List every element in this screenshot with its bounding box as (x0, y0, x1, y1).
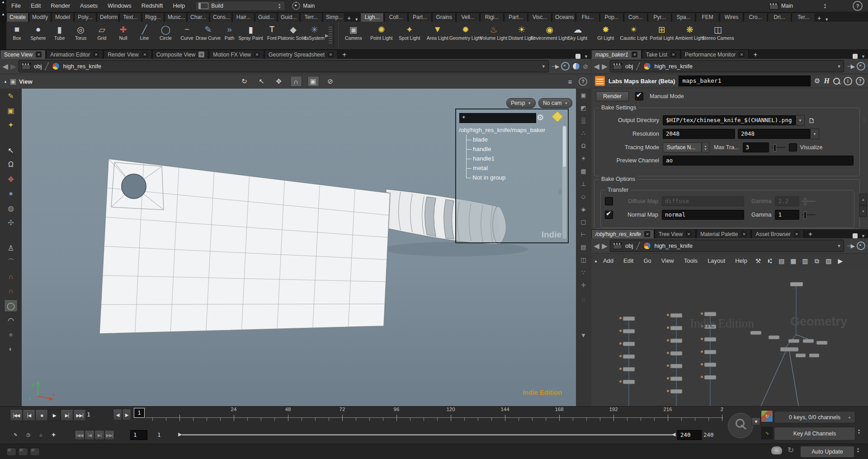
normal-gamma-field[interactable]: 1 (775, 210, 799, 220)
collapse-arrow-icon[interactable]: ▲ (4, 80, 7, 84)
auto-update-spinner[interactable]: ▲▼ (855, 447, 861, 453)
follow-target-icon[interactable] (857, 241, 865, 250)
sync-node-icon[interactable] (572, 62, 580, 70)
add-key-icon[interactable]: ✚ (48, 429, 59, 440)
shelf-tool-volume-light[interactable]: ♨Volume Light (480, 22, 508, 41)
shelf-tool-camera[interactable]: ▣Camera (340, 22, 368, 41)
forward-arrow-icon[interactable]: ▶ (11, 62, 16, 71)
view-mask-icon[interactable]: ◫ (578, 255, 589, 265)
close-icon[interactable]: ✕ (328, 52, 334, 57)
normal-gamma-slider[interactable] (802, 211, 816, 219)
shelf-tab-deform[interactable]: Deform (97, 13, 119, 22)
range-slider-right-handle[interactable]: ◀ (672, 431, 675, 437)
shelf-tool-circle[interactable]: ◯Circle (155, 22, 176, 41)
tab-render-view[interactable]: Render View✕ (104, 50, 151, 59)
netmenu-go[interactable]: Go (639, 254, 656, 268)
shelf-tool-torus[interactable]: ◎Torus (70, 22, 91, 41)
manual-mode-checkbox[interactable] (635, 92, 643, 100)
tracing-spinner[interactable]: ▲▼ (702, 142, 709, 153)
radial-menu-selector[interactable]: Main (289, 1, 363, 11)
circle-primitive-icon[interactable]: ◯ (4, 299, 18, 312)
shelf-tab-cons[interactable]: Cons... (210, 13, 232, 22)
auto-update-dropdown[interactable]: Auto Update (800, 446, 854, 458)
tab-tree-view[interactable]: Tree View✕ (655, 229, 696, 238)
shelf-tool-box[interactable]: ■Box (6, 22, 28, 41)
range-start-field[interactable]: 1 (130, 430, 147, 440)
view-tool-icon[interactable]: ↻ (239, 76, 250, 87)
shelf-tool-gi-light[interactable]: ✸GI Light (592, 22, 620, 41)
network-canvas[interactable]: Indie Edition Geometry ·················… (591, 268, 868, 406)
info-icon[interactable]: i (844, 77, 852, 85)
path-root[interactable]: obj (34, 63, 42, 70)
group-filter-input[interactable]: * (459, 113, 536, 123)
step-back-button[interactable]: ◀ (113, 409, 122, 421)
tab-performance-monitor[interactable]: Performance Monitor✕ (681, 50, 749, 59)
notes-icon[interactable]: ▧ (823, 256, 834, 266)
close-icon[interactable]: ✕ (794, 231, 800, 237)
stamp-tool-icon[interactable]: ✦ (4, 118, 18, 131)
take-spinner[interactable]: ▲▼ (822, 3, 828, 9)
step-forward-button[interactable]: ▶ (122, 409, 131, 421)
timeline-ruler[interactable]: 244872961201441681922162 (146, 407, 723, 423)
diffuse-map-checkbox[interactable] (605, 197, 613, 205)
close-icon[interactable]: ✕ (670, 52, 676, 57)
back-arrow-icon[interactable]: ◀ (3, 62, 8, 71)
mini-jump-start-button[interactable]: |◀◀ (75, 430, 85, 440)
keyframe-pencil-icon[interactable]: ✎ (10, 429, 21, 440)
globe-tool-icon[interactable]: ◐ (4, 343, 18, 355)
shelf-tool-sphere[interactable]: ●Sphere (28, 22, 49, 41)
close-icon[interactable]: ✕ (198, 52, 204, 57)
arc-tool-icon[interactable]: ◠ (4, 314, 18, 327)
key-all-channels-button[interactable]: Key All Channels (774, 427, 855, 440)
close-icon[interactable]: ✕ (142, 52, 148, 57)
tab-maps_baker1[interactable]: maps_baker1✕ (591, 50, 642, 59)
resolution-y-field[interactable]: 2048 (738, 129, 810, 139)
gear-icon[interactable]: ⚙ (814, 77, 820, 85)
pane-maximize-icon[interactable] (853, 54, 858, 59)
add-shelf-icon[interactable]: + (345, 14, 353, 22)
shelf-tab-vell[interactable]: Vell... (456, 13, 480, 22)
shelf-tab-terr[interactable]: Terr... (300, 13, 322, 22)
desktop-selector[interactable]: Build ▲▼ (195, 1, 285, 11)
params-path-combo[interactable]: obj high_res_knife ▼ (610, 60, 844, 72)
back-arrow-icon[interactable]: ◀ (594, 62, 599, 71)
back-arrow-icon[interactable]: ◀ (594, 242, 599, 250)
network-path-combo[interactable]: obj high_res_knife ▼ (610, 240, 844, 252)
shelf-tab-dri[interactable]: Dri... (768, 13, 791, 22)
snapshot-icon[interactable]: ▢ (578, 217, 589, 227)
background-image-icon[interactable]: ▤ (578, 242, 589, 252)
persp-view-button[interactable]: Persp▼ (506, 98, 536, 108)
clear-link-icon[interactable]: ⊘ (583, 63, 588, 70)
prev-frame-button[interactable]: |◀ (23, 409, 35, 421)
shelf-tab-rigg[interactable]: Rigg... (142, 13, 164, 22)
shelf-tab-rigi[interactable]: Rigi... (480, 13, 504, 22)
palette-icon[interactable]: ▦ (788, 256, 799, 266)
display-handles-icon[interactable]: ✛ (578, 280, 589, 290)
tree-icon[interactable]: ⑆ (764, 256, 775, 266)
desktop-spinner[interactable]: ▲▼ (277, 3, 282, 9)
collapse-arrow-icon[interactable]: ▲ (0, 0, 6, 12)
handles-tool-icon[interactable]: ✥ (273, 76, 285, 87)
overlay-scrollbar[interactable] (562, 126, 566, 239)
jump-start-button[interactable]: |◀◀ (10, 409, 23, 421)
shelf-tool-path[interactable]: »Path (219, 22, 240, 41)
shelf-tab-con[interactable]: Con... (624, 13, 647, 22)
secure-selection-lock-icon[interactable]: Ω (4, 158, 18, 171)
path-node[interactable]: high_res_knife (654, 63, 693, 70)
keys-info-box[interactable]: 0 keys, 0/0 channels ▲ (774, 411, 855, 423)
new-tab-icon[interactable]: ＋ (338, 50, 350, 59)
close-icon[interactable]: ✕ (254, 52, 260, 57)
tab-material-palette[interactable]: Material Palette✕ (696, 229, 751, 238)
help-icon[interactable]: ? (853, 1, 863, 11)
close-icon[interactable]: ✕ (741, 231, 747, 237)
character-tool-icon[interactable]: ♙ (4, 241, 18, 254)
param-grip[interactable]: ∷∷ (863, 118, 866, 123)
pin-icon[interactable]: ⊣▶ (552, 63, 559, 70)
diffuse-gamma-field[interactable]: 2.2 (775, 196, 799, 206)
pane-maximize-icon[interactable] (576, 54, 580, 59)
playhead-marker[interactable]: 1 (134, 408, 145, 418)
display-options-icon[interactable]: ≡ (564, 76, 576, 87)
shelf-tab-create[interactable]: Create (6, 13, 28, 22)
select-tool-icon[interactable]: ↖ (256, 76, 268, 87)
pane-menu-icon[interactable]: ▼ (861, 54, 865, 59)
